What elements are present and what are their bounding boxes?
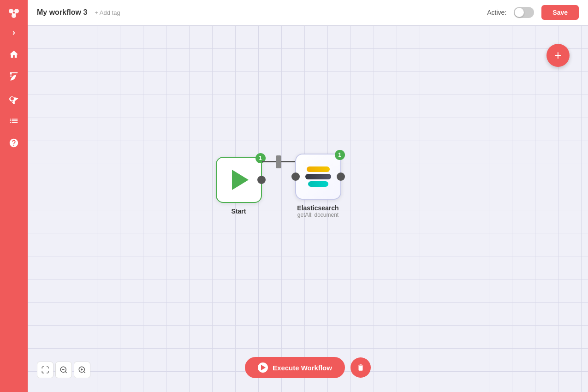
start-play-icon — [232, 170, 249, 190]
execute-workflow-label: Execute Workflow — [273, 364, 332, 372]
sidebar-item-executions[interactable] — [5, 112, 23, 130]
add-node-button[interactable]: + — [546, 44, 570, 67]
sidebar-item-network[interactable] — [5, 67, 23, 86]
active-label: Active: — [487, 9, 506, 16]
start-node[interactable]: 1 Start — [216, 157, 262, 215]
app-logo[interactable] — [5, 5, 23, 23]
sidebar-toggle[interactable]: › — [7, 27, 21, 38]
es-connector-right — [337, 172, 345, 181]
elasticsearch-node-sublabel: getAll: document — [297, 212, 339, 218]
add-tag-button[interactable]: + Add tag — [95, 9, 120, 16]
elasticsearch-node-label: Elasticsearch — [297, 204, 339, 212]
workflow-title: My workflow 3 — [37, 8, 87, 17]
save-button[interactable]: Save — [541, 5, 579, 20]
es-connector-left — [291, 172, 300, 181]
start-connector-right — [257, 176, 266, 184]
es-bar-mid — [305, 174, 331, 179]
start-node-box[interactable]: 1 — [216, 157, 262, 203]
toggle-thumb — [515, 8, 524, 17]
es-node-badge: 1 — [335, 150, 345, 160]
line-left — [262, 161, 276, 162]
execute-play-triangle — [261, 365, 266, 370]
sidebar: › — [0, 0, 28, 392]
sidebar-item-home[interactable] — [5, 45, 23, 64]
execute-workflow-button[interactable]: Execute Workflow — [245, 357, 345, 378]
elasticsearch-node-box[interactable]: 1 — [295, 154, 341, 200]
active-toggle[interactable] — [514, 7, 534, 18]
es-bar-top — [307, 166, 330, 172]
sidebar-item-credentials[interactable] — [5, 89, 23, 108]
header-right: Active: Save — [487, 5, 579, 20]
bottom-toolbar: Execute Workflow — [28, 357, 588, 378]
elasticsearch-node[interactable]: 1 Elasticsearch getAll: document — [295, 154, 341, 218]
sidebar-item-help[interactable] — [5, 134, 23, 152]
sidebar-nav — [5, 45, 23, 387]
elasticsearch-icon — [304, 163, 332, 190]
line-right — [281, 161, 295, 162]
nodes-container: 1 Start 1 — [216, 154, 341, 218]
es-bar-bot — [308, 181, 328, 187]
connector-bar — [276, 155, 281, 168]
delete-workflow-button[interactable] — [350, 357, 371, 378]
workflow-canvas[interactable]: + 1 Start 1 — [28, 25, 588, 392]
start-node-label: Start — [232, 208, 246, 215]
header: My workflow 3 + Add tag Active: Save — [28, 0, 588, 25]
connection-line — [262, 155, 295, 168]
execute-play-icon — [258, 362, 268, 373]
main-area: My workflow 3 + Add tag Active: Save + 1 — [28, 0, 588, 392]
